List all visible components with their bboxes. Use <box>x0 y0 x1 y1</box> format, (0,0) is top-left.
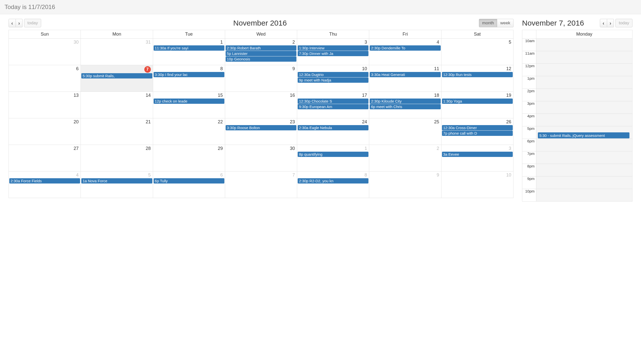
day-cell[interactable]: 1212:30p Run tests <box>441 65 513 92</box>
calendar-event[interactable]: 12:30p Run tests <box>442 72 513 77</box>
day-cell[interactable]: 66p Tully <box>153 171 225 198</box>
calendar-event[interactable]: 2:30p Robert Barath <box>226 45 296 51</box>
hour-slot[interactable] <box>536 189 632 202</box>
calendar-event[interactable]: 1:30p Yoga <box>442 99 513 104</box>
day-cell[interactable]: 33a Eevee <box>441 145 513 171</box>
day-cell[interactable]: 21 <box>81 118 153 145</box>
day-number: 4 <box>370 39 440 45</box>
hour-slot[interactable] <box>536 164 632 176</box>
day-cell[interactable]: 5 <box>441 39 513 65</box>
calendar-event[interactable]: 5p Lannister <box>226 51 296 56</box>
day-number: 30 <box>226 145 296 151</box>
day-cell[interactable]: 1712:30p Chocolate S9:30p European Am <box>297 92 369 118</box>
view-week-button[interactable]: week <box>497 19 514 27</box>
day-cell[interactable]: 30 <box>225 145 297 171</box>
month-next-button[interactable]: › <box>16 19 23 27</box>
day-cell[interactable]: 51a Nova Force <box>81 171 153 198</box>
calendar-event[interactable]: 12:30a Cross-Dimer <box>442 125 513 130</box>
calendar-event[interactable]: 7p phone call with D <box>442 131 513 136</box>
day-number: 19 <box>442 92 513 98</box>
calendar-event[interactable]: 2:30a Eagle Nebula <box>298 125 368 130</box>
day-cell[interactable]: 111:30a If you're sayi <box>153 39 225 65</box>
day-cell[interactable]: 29 <box>153 145 225 171</box>
day-prev-button[interactable]: ‹ <box>600 19 607 27</box>
day-cell[interactable]: 28 <box>81 145 153 171</box>
calendar-event[interactable]: 3a Eevee <box>442 152 513 157</box>
day-cell[interactable]: 83:30p I find your lac <box>153 65 225 92</box>
month-today-button[interactable]: today <box>24 19 41 27</box>
day-cell[interactable]: 182:30p Kiloude City6p meet with Chris <box>369 92 441 118</box>
calendar-event[interactable]: 1:30p Interview <box>298 45 368 51</box>
page-header: Today is 11/7/2016 <box>0 0 641 14</box>
calendar-event[interactable]: 3:30p Roose Bolton <box>226 125 296 130</box>
calendar-event[interactable]: 6p Tully <box>154 178 224 184</box>
day-cell[interactable]: 20 <box>9 118 81 145</box>
day-cell[interactable]: 27 <box>9 145 81 171</box>
day-cell[interactable]: 31:30p Interview7:30p Dinner with Ja <box>297 39 369 65</box>
hour-slot[interactable] <box>536 139 632 151</box>
calendar-event[interactable]: 1a Nova Force <box>81 178 152 184</box>
day-cell[interactable]: 9 <box>225 65 297 92</box>
day-cell[interactable]: 10 <box>441 171 513 198</box>
day-cell[interactable]: 1512p check on leade <box>153 92 225 118</box>
calendar-event[interactable]: 2:30p Dendemille To <box>370 45 440 51</box>
calendar-event[interactable]: 6p meet with Chris <box>370 104 440 109</box>
day-cell[interactable]: 13 <box>9 92 81 118</box>
calendar-event[interactable]: 10p Geonosis <box>226 56 296 62</box>
day-number: 16 <box>226 92 296 98</box>
day-cell[interactable]: 42:30p Dendemille To <box>369 39 441 65</box>
day-cell[interactable]: 2612:30a Cross-Dimer7p phone call with D <box>441 118 513 145</box>
calendar-event[interactable]: 8p quantifying <box>298 152 368 157</box>
agenda-event[interactable]: 5:30 - submit Rails, jQuery assessment <box>538 132 629 138</box>
hour-slot[interactable] <box>536 89 632 101</box>
day-today-button[interactable]: today <box>615 19 632 27</box>
hour-slot[interactable] <box>536 101 632 114</box>
day-cell[interactable]: 1012:30a Dugtrio9p meet with Nadja <box>297 65 369 92</box>
calendar-event[interactable]: 9:30p European Am <box>298 104 368 109</box>
day-cell[interactable]: 25 <box>369 118 441 145</box>
day-cell[interactable]: 82:30p R2-D2, you kn <box>297 171 369 198</box>
day-number: 30 <box>9 39 80 45</box>
day-number: 21 <box>81 119 152 125</box>
calendar-event[interactable]: 9p meet with Nadja <box>298 77 368 83</box>
day-cell[interactable]: 6 <box>9 65 81 92</box>
day-cell[interactable]: 113:30a Heat Generati <box>369 65 441 92</box>
day-cell[interactable]: 14 <box>81 92 153 118</box>
calendar-event[interactable]: 12:30a Dugtrio <box>298 72 368 77</box>
month-prev-button[interactable]: ‹ <box>9 19 16 27</box>
day-cell[interactable]: 7 <box>225 171 297 198</box>
day-cell[interactable]: 9 <box>369 171 441 198</box>
hour-slot[interactable] <box>536 176 632 189</box>
day-cell[interactable]: 42:30a Force Fields <box>9 171 81 198</box>
hour-slot[interactable] <box>536 51 632 64</box>
calendar-event[interactable]: 3:30p I find your lac <box>154 72 224 77</box>
hour-slot[interactable] <box>536 64 632 76</box>
view-month-button[interactable]: month <box>479 19 497 27</box>
day-next-button[interactable]: › <box>607 19 614 27</box>
day-cell[interactable]: 16 <box>225 92 297 118</box>
calendar-event[interactable]: 2:30p Kiloude City <box>370 99 440 104</box>
day-cell[interactable]: 233:30p Roose Bolton <box>225 118 297 145</box>
calendar-event[interactable]: 3:30a Heat Generati <box>370 72 440 77</box>
day-cell[interactable]: 2 <box>369 145 441 171</box>
calendar-event[interactable]: 12:30p Chocolate S <box>298 99 368 104</box>
calendar-event[interactable]: 7:30p Dinner with Ja <box>298 51 368 56</box>
calendar-event[interactable]: 12p check on leade <box>154 99 224 104</box>
day-cell[interactable]: 75:30p submit Rails, <box>81 65 153 92</box>
day-cell[interactable]: 18p quantifying <box>297 145 369 171</box>
day-cell[interactable]: 30 <box>9 39 81 65</box>
calendar-event[interactable]: 5:30p submit Rails, <box>81 73 152 78</box>
calendar-event[interactable]: 2:30a Force Fields <box>9 178 80 184</box>
hour-slot[interactable] <box>536 114 632 126</box>
weekday-header: Sun <box>9 30 81 39</box>
calendar-event[interactable]: 2:30p R2-D2, you kn <box>298 178 368 184</box>
hour-slot[interactable] <box>536 39 632 51</box>
hour-slot[interactable] <box>536 151 632 164</box>
day-cell[interactable]: 191:30p Yoga <box>441 92 513 118</box>
hour-slot[interactable] <box>536 76 632 89</box>
day-cell[interactable]: 31 <box>81 39 153 65</box>
day-cell[interactable]: 22 <box>153 118 225 145</box>
calendar-event[interactable]: 11:30a If you're sayi <box>154 45 224 51</box>
day-cell[interactable]: 22:30p Robert Barath5p Lannister10p Geon… <box>225 39 297 65</box>
day-cell[interactable]: 242:30a Eagle Nebula <box>297 118 369 145</box>
